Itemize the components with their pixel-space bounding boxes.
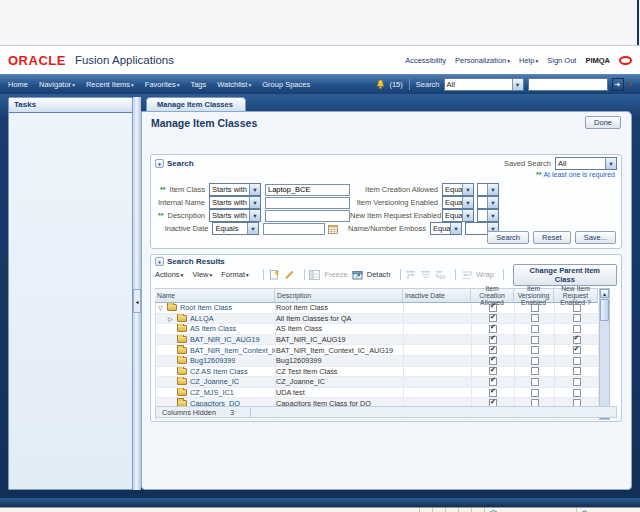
new-item-request-enabled-value-select[interactable]: ▼: [477, 209, 499, 222]
item-versioning-enabled-checkbox[interactable]: [531, 314, 539, 322]
item-class-link[interactable]: CZ_MJS_IC1: [190, 388, 234, 397]
item-creation-allowed-checkbox[interactable]: [489, 304, 497, 312]
column-header-4[interactable]: Item Versioning Enabled: [514, 288, 554, 303]
table-row[interactable]: AS Item ClassAS Item Class: [156, 324, 599, 335]
zoom-control[interactable]: 100% ▾: [576, 508, 640, 512]
item-creation-allowed-checkbox[interactable]: [489, 378, 497, 386]
table-row[interactable]: CZ AS Item ClassCZ Test Item Class: [156, 367, 599, 378]
help-menu[interactable]: Help▾: [519, 56, 538, 65]
view-menu[interactable]: View▾: [192, 270, 212, 279]
panel-splitter[interactable]: ◂: [133, 97, 141, 490]
description-operator-select[interactable]: Starts with▼: [209, 209, 261, 222]
item-class-link[interactable]: CZ_Joanne_IC: [190, 377, 239, 386]
item-creation-allowed-checkbox[interactable]: [489, 346, 497, 354]
item-class-link[interactable]: ALLQA: [190, 314, 214, 323]
table-row[interactable]: Bug12609399Bug12609399: [156, 356, 599, 367]
new-item-request-enabled-checkbox[interactable]: [573, 378, 581, 386]
item-versioning-enabled-checkbox[interactable]: [531, 336, 539, 344]
scroll-up-arrow-icon[interactable]: ▲: [600, 289, 609, 298]
detach-icon[interactable]: [352, 270, 363, 280]
format-menu[interactable]: Format▾: [221, 270, 249, 279]
edit-pencil-icon[interactable]: [284, 269, 295, 280]
item-versioning-enabled-checkbox[interactable]: [531, 378, 539, 386]
table-row[interactable]: CZ_MJS_IC1UDA test: [156, 388, 599, 399]
saved-search-select[interactable]: All ▼: [555, 157, 617, 170]
internal-name-input[interactable]: [265, 197, 350, 209]
new-item-request-enabled-checkbox[interactable]: [573, 357, 581, 365]
table-row[interactable]: ▷ALLQAAll Item Classes for QA: [156, 314, 599, 325]
item-creation-allowed-operator-select[interactable]: Equals▼: [442, 183, 474, 196]
item-versioning-enabled-checkbox[interactable]: [531, 389, 539, 397]
inactive-date-operator-select[interactable]: Equals▼: [212, 222, 259, 235]
save-button[interactable]: Save...: [575, 231, 616, 244]
scrollbar-thumb[interactable]: [600, 299, 609, 321]
nav-item-favorites[interactable]: Favorites▾: [145, 80, 180, 89]
tab-manage-item-classes[interactable]: Manage Item Classes: [146, 97, 246, 111]
nav-item-navigator[interactable]: Navigator▾: [39, 80, 75, 89]
table-vertical-scrollbar[interactable]: ▲ ▼: [599, 288, 610, 420]
accessibility-link[interactable]: Accessibility: [405, 56, 446, 65]
personalization-menu[interactable]: Personalization▾: [455, 56, 510, 65]
item-versioning-enabled-value-select[interactable]: ▼: [477, 196, 499, 209]
advanced-search-icon[interactable]: »: [628, 80, 632, 89]
item-class-link[interactable]: BAT_NIR_Item_Context_IC_AUG19: [190, 346, 275, 355]
search-button[interactable]: Search: [487, 231, 529, 244]
item-class-input[interactable]: [265, 184, 350, 196]
column-header-2[interactable]: Inactive Date: [403, 288, 471, 303]
collapse-results-icon[interactable]: ▾: [155, 257, 164, 266]
table-row[interactable]: CZ_Joanne_ICCZ_Joanne_IC: [156, 377, 599, 388]
column-header-3[interactable]: Item Creation Allowed: [471, 288, 514, 303]
search-go-button[interactable]: ➜: [612, 78, 624, 91]
create-icon[interactable]: [269, 269, 280, 280]
item-creation-allowed-checkbox[interactable]: [489, 336, 497, 344]
column-header-1[interactable]: Description: [275, 288, 403, 303]
item-versioning-enabled-checkbox[interactable]: [531, 357, 539, 365]
nav-item-group-spaces[interactable]: Group Spaces: [262, 80, 310, 89]
name-number-emboss-operator-select[interactable]: Equals▼: [430, 222, 462, 235]
item-creation-allowed-checkbox[interactable]: [489, 325, 497, 333]
notifications-count[interactable]: (15): [389, 80, 402, 89]
expand-node-icon[interactable]: ▷: [168, 315, 176, 322]
description-input[interactable]: [265, 210, 350, 222]
table-row[interactable]: BAT_NIR_Item_Context_IC_AUG19BAT_NIR_Ite…: [156, 345, 599, 356]
calendar-picker-icon[interactable]: [328, 224, 338, 234]
collapse-node-icon[interactable]: ▽: [158, 304, 166, 311]
item-class-link[interactable]: BAT_NIR_IC_AUG19: [190, 335, 260, 344]
item-creation-allowed-checkbox[interactable]: [489, 367, 497, 375]
item-creation-allowed-value-select[interactable]: ▼: [477, 183, 499, 196]
item-creation-allowed-checkbox[interactable]: [489, 357, 497, 365]
notifications-bell-icon[interactable]: [376, 79, 385, 90]
item-versioning-enabled-checkbox[interactable]: [531, 325, 539, 333]
column-header-5[interactable]: New Item Request Enabled ?: [554, 288, 598, 303]
item-class-link[interactable]: Bug12609399: [190, 356, 235, 365]
item-versioning-enabled-operator-select[interactable]: Equals▼: [442, 196, 474, 209]
item-class-operator-select[interactable]: Starts with▼: [209, 183, 261, 196]
actions-menu[interactable]: Actions▾: [155, 270, 183, 279]
new-item-request-enabled-checkbox[interactable]: [573, 304, 581, 312]
global-search-input[interactable]: [528, 78, 608, 91]
item-creation-allowed-checkbox[interactable]: [489, 389, 497, 397]
item-versioning-enabled-checkbox[interactable]: [531, 346, 539, 354]
item-class-link[interactable]: AS Item Class: [190, 324, 236, 333]
nav-item-home[interactable]: Home: [8, 80, 28, 89]
item-class-link[interactable]: Root Item Class: [180, 303, 232, 312]
nav-item-recent-items[interactable]: Recent Items▾: [86, 80, 134, 89]
new-item-request-enabled-operator-select[interactable]: Equals▼: [442, 209, 474, 222]
item-versioning-enabled-checkbox[interactable]: [531, 367, 539, 375]
new-item-request-enabled-checkbox[interactable]: [573, 325, 581, 333]
item-creation-allowed-checkbox[interactable]: [489, 314, 497, 322]
inactive-date-input[interactable]: [263, 223, 325, 235]
new-item-request-enabled-checkbox[interactable]: [573, 336, 581, 344]
column-header-0[interactable]: Name: [155, 288, 275, 303]
nav-item-watchlist[interactable]: Watchlist▾: [217, 80, 251, 89]
item-class-link[interactable]: CZ AS Item Class: [190, 367, 248, 376]
table-row[interactable]: BAT_NIR_IC_AUG19BAT_NIR_IC_AUG19: [156, 335, 599, 346]
splitter-collapse-handle[interactable]: ◂: [133, 289, 141, 313]
detach-button[interactable]: Detach: [367, 270, 391, 279]
table-row[interactable]: ▽Root Item ClassRoot Item Class: [156, 303, 599, 314]
search-scope-select[interactable]: All ▼: [444, 78, 524, 91]
collapse-search-icon[interactable]: ▾: [155, 159, 164, 168]
reset-button[interactable]: Reset: [533, 231, 571, 244]
new-item-request-enabled-checkbox[interactable]: [573, 367, 581, 375]
nav-item-tags[interactable]: Tags: [190, 80, 206, 89]
